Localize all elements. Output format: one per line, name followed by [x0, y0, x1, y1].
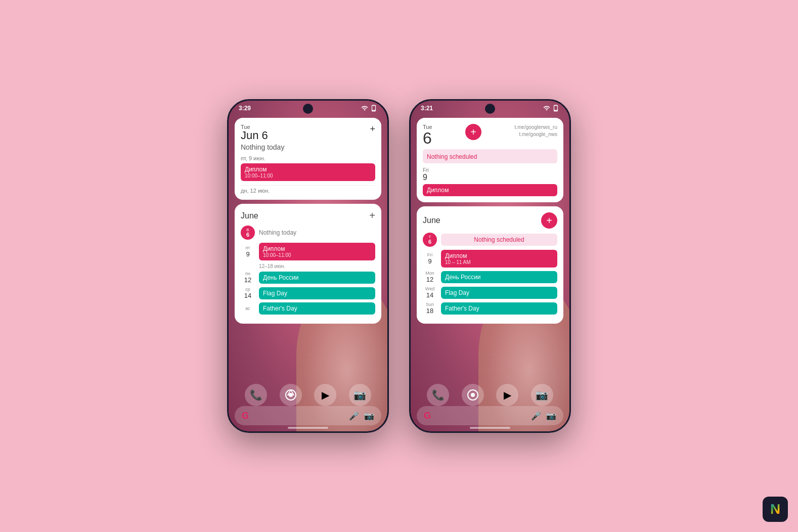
lens-icon-left[interactable]: 📷: [364, 411, 374, 421]
cal-row-fri-right: Fri 9 Диплом 10 – 11 AM: [423, 250, 557, 268]
dock-phone-left[interactable]: 📞: [245, 384, 267, 406]
home-indicator-right: [470, 427, 510, 429]
nothing-event-left: Nothing today: [259, 228, 375, 238]
home-indicator-left: [288, 427, 328, 429]
dock-chrome-right[interactable]: [462, 384, 484, 406]
month-title-left: June: [241, 211, 258, 220]
dock-chrome-left[interactable]: [280, 384, 302, 406]
cal-row-mon-left: пн 12 День России: [241, 271, 375, 284]
large-widget-right: June + Т 6 Nothing scheduled Fr: [417, 206, 563, 324]
nothing-today-left: Nothing today: [241, 143, 375, 151]
next-date2-left: дн, 12 июн.: [241, 185, 375, 194]
mic-icon-right[interactable]: 🎤: [531, 411, 541, 421]
cal-row-mon-right: Mon 12 День России: [423, 271, 557, 283]
fathers-day-event-left[interactable]: Father's Day: [259, 302, 375, 315]
small-widget-add-left[interactable]: +: [370, 124, 375, 135]
event-diplom-right-small[interactable]: Диплом: [423, 184, 557, 196]
cal-row-today-right: Т 6 Nothing scheduled: [423, 233, 557, 247]
phones-container: 3:29 Tue Jun 6 + Nothing today пт, 9 ию: [227, 99, 571, 433]
google-g-right: G: [424, 411, 431, 421]
notch-left: [303, 104, 313, 114]
dock-phone-right[interactable]: 📞: [427, 384, 449, 406]
time-left: 3:29: [239, 105, 251, 112]
mic-icon-left[interactable]: 🎤: [349, 411, 359, 421]
watermark: N: [763, 497, 788, 522]
search-bar-right[interactable]: G 🎤 📷: [417, 406, 563, 425]
diplom-event-left[interactable]: Диплом 10:00–11:00: [259, 243, 375, 260]
dock-play-left[interactable]: ▶: [314, 384, 336, 406]
phone-right: 3:21 Tue 6 + t.me/googlenws_ru: [409, 99, 571, 433]
month-title-right: June: [423, 216, 440, 225]
small-widget-right: Tue 6 + t.me/googlenws_ru t.me/google_nw…: [417, 118, 563, 202]
cal-row-wed-right: Wed 14 Flag Day: [423, 286, 557, 299]
telegram-links: t.me/googlenws_ru t.me/google_nws: [514, 124, 557, 138]
cal-row-wed-left: ср 14 Flag Day: [241, 287, 375, 299]
cal-row-fri-left: пт 9 Диплом 10:00–11:00: [241, 243, 375, 260]
nothing-scheduled-right: Nothing scheduled: [427, 153, 477, 160]
status-icons-left: [361, 105, 377, 112]
dock-camera-left[interactable]: 📷: [349, 384, 371, 406]
nothing-event-right: Nothing scheduled: [441, 234, 557, 246]
week-header-left: 12–18 июн.: [241, 263, 375, 269]
search-icons-left: 🎤 📷: [349, 411, 374, 421]
small-widget-left: Tue Jun 6 + Nothing today пт, 9 июн. Дип…: [235, 118, 381, 200]
large-widget-add-left[interactable]: +: [369, 210, 375, 221]
cal-row-today-left: В 6 Nothing today: [241, 226, 375, 240]
den-rossii-event-left[interactable]: День России: [259, 272, 375, 284]
diplom-event-right[interactable]: Диплом 10 – 11 AM: [441, 250, 557, 268]
widget-date-num-left: Jun 6: [241, 130, 268, 141]
today-circle-right: Т 6: [423, 233, 437, 247]
small-widget-add-right[interactable]: +: [465, 124, 481, 140]
flag-day-event-left[interactable]: Flag Day: [259, 287, 375, 299]
notch-right: [485, 104, 495, 114]
large-widget-left: June + В 6 Nothing today пт: [235, 204, 381, 324]
next-day-num-right: 9: [423, 173, 557, 182]
phone-left: 3:29 Tue Jun 6 + Nothing today пт, 9 ию: [227, 99, 389, 433]
time-right: 3:21: [421, 105, 433, 112]
den-rossii-event-right[interactable]: День России: [441, 271, 557, 283]
today-circle-left: В 6: [241, 226, 255, 240]
status-bar-left: 3:29: [229, 101, 387, 114]
status-bar-right: 3:21: [411, 101, 569, 114]
event-diplom-left-small[interactable]: Диплом 10:00–11:00: [241, 163, 375, 181]
fathers-day-event-right[interactable]: Father's Day: [441, 302, 557, 315]
next-date-left: пт, 9 июн.: [241, 155, 375, 161]
next-day-right: Fri: [423, 167, 557, 173]
watermark-letter: N: [770, 501, 780, 517]
large-widget-add-right[interactable]: +: [541, 212, 557, 229]
widget-date-num-right: 6: [423, 130, 432, 146]
search-bar-left[interactable]: G 🎤 📷: [235, 406, 381, 425]
svg-point-3: [471, 393, 475, 397]
dock-left: 📞 ▶ 📷: [229, 384, 387, 406]
dock-camera-right[interactable]: 📷: [531, 384, 553, 406]
lens-icon-right[interactable]: 📷: [546, 411, 556, 421]
flag-day-event-right[interactable]: Flag Day: [441, 287, 557, 299]
dock-play-right[interactable]: ▶: [496, 384, 518, 406]
google-g-left: G: [242, 411, 249, 421]
search-icons-right: 🎤 📷: [531, 411, 556, 421]
dock-right: 📞 ▶ 📷: [411, 384, 569, 406]
status-icons-right: [543, 105, 559, 112]
cal-row-sun-right: Sun 18 Father's Day: [423, 302, 557, 315]
cal-row-sun-left: вс Father's Day: [241, 302, 375, 315]
